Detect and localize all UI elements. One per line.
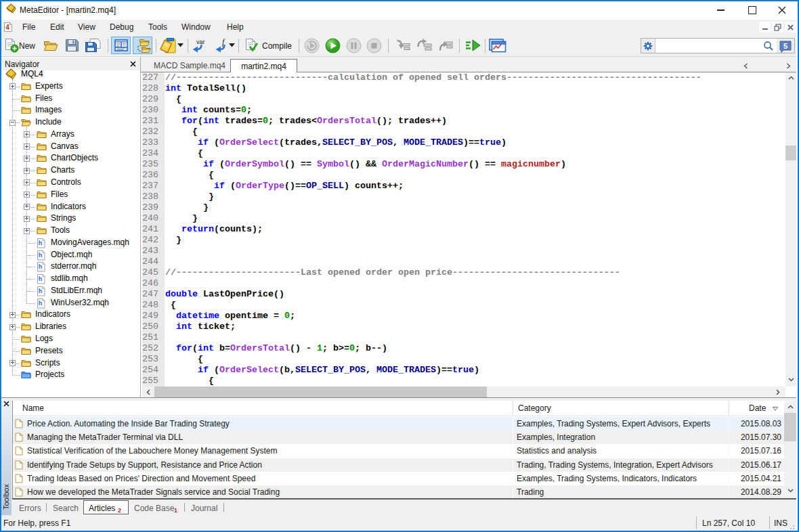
svg-text:4: 4 — [5, 24, 9, 31]
svg-text:5: 5 — [783, 42, 787, 50]
svg-text:var: var — [196, 39, 205, 45]
